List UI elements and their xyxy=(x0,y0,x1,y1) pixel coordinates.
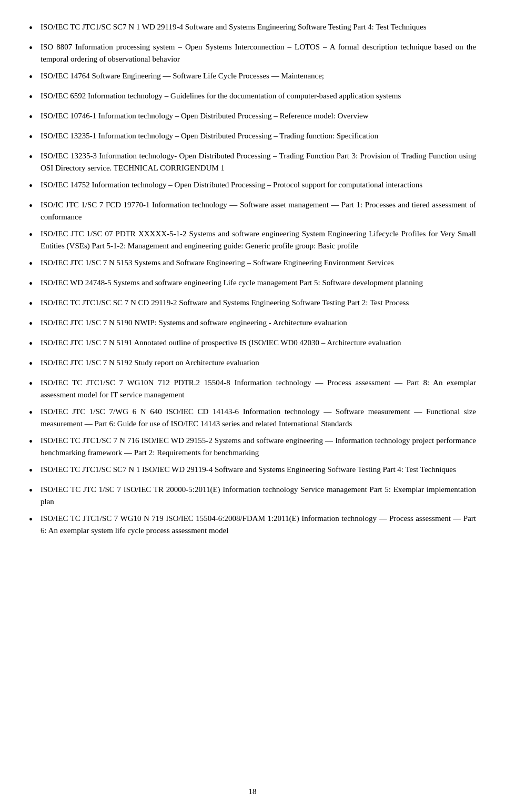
list-item-text: ISO/IEC TC JTC 1/SC 7 ISO/IEC TR 20000-5… xyxy=(41,484,476,507)
bullet-icon: • xyxy=(29,296,41,312)
list-item: •ISO/IEC JTC 1/SC 7 N 5191 Annotated out… xyxy=(29,337,476,352)
bullet-icon: • xyxy=(29,109,41,125)
bullet-icon: • xyxy=(29,512,41,527)
list-item: •ISO/IEC 6592 Information technology – G… xyxy=(29,90,476,105)
bullet-icon: • xyxy=(29,40,41,56)
list-item-text: ISO/IEC WD 24748-5 Systems and software … xyxy=(41,277,476,289)
bullet-icon: • xyxy=(29,129,41,145)
bullet-icon: • xyxy=(29,483,41,498)
bullet-icon: • xyxy=(29,198,41,214)
bullet-icon: • xyxy=(29,69,41,85)
list-item: •ISO/IEC JTC 1/SC 7 N 5190 NWIP: Systems… xyxy=(29,317,476,332)
page: •ISO/IEC TC JTC1/SC SC7 N 1 WD 29119-4 S… xyxy=(0,0,505,812)
list-item-text: ISO/IEC TC JTC1/SC SC 7 N CD 29119-2 Sof… xyxy=(41,297,476,309)
bullet-icon: • xyxy=(29,405,41,420)
list-item-text: ISO/IEC 14752 Information technology – O… xyxy=(41,179,476,191)
bullet-icon: • xyxy=(29,336,41,352)
list-item: •ISO/IEC TC JTC1/SC 7 WG10N 712 PDTR.2 1… xyxy=(29,377,476,400)
list-item-text: ISO/IEC JTC 1/SC 7 N 5191 Annotated outl… xyxy=(41,337,476,349)
list-item-text: ISO/IEC TC JTC1/SC 7 WG10N 712 PDTR.2 15… xyxy=(41,377,476,400)
list-item-text: ISO/IEC 13235-3 Information technology- … xyxy=(41,150,476,174)
list-item-text: ISO/IEC 6592 Information technology – Gu… xyxy=(41,90,476,102)
list-item: •ISO/IC JTC 1/SC 7 FCD 19770-1 Informati… xyxy=(29,199,476,223)
list-item: •ISO/IEC TC JTC1/SC SC7 N 1 ISO/IEC WD 2… xyxy=(29,464,476,478)
bullet-icon: • xyxy=(29,178,41,194)
bullet-icon: • xyxy=(29,316,41,332)
bullet-icon: • xyxy=(29,356,41,372)
list-item: •ISO/IEC TC JTC1/SC SC 7 N CD 29119-2 So… xyxy=(29,297,476,312)
bullet-icon: • xyxy=(29,256,41,272)
list-item-text: ISO/IEC JTC 1/SC 7 N 5190 NWIP: Systems … xyxy=(41,317,476,329)
list-item-text: ISO/IEC JTC 1/SC 7/WG 6 N 640 ISO/IEC CD… xyxy=(41,406,476,429)
bullet-icon: • xyxy=(29,463,41,478)
list-item: •ISO/IEC TC JTC1/SC 7 N 716 ISO/IEC WD 2… xyxy=(29,435,476,458)
list-item-text: ISO/IEC JTC 1/SC 07 PDTR XXXXX-5-1-2 Sys… xyxy=(41,228,476,252)
list-item-text: ISO/IEC TC JTC1/SC 7 WG10 N 719 ISO/IEC … xyxy=(41,513,476,536)
list-item: •ISO/IEC 13235-3 Information technology-… xyxy=(29,150,476,174)
list-item: •ISO/IEC 13235-1 Information technology … xyxy=(29,130,476,145)
bullet-icon: • xyxy=(29,149,41,165)
references-list: •ISO/IEC TC JTC1/SC SC7 N 1 WD 29119-4 S… xyxy=(29,21,476,536)
list-item-text: ISO/IEC JTC 1/SC 7 N 5192 Study report o… xyxy=(41,357,476,369)
list-item-text: ISO 8807 Information processing system –… xyxy=(41,41,476,65)
list-item: •ISO/IEC JTC 1/SC 07 PDTR XXXXX-5-1-2 Sy… xyxy=(29,228,476,252)
list-item: •ISO/IEC TC JTC1/SC 7 WG10 N 719 ISO/IEC… xyxy=(29,513,476,536)
list-item-text: ISO/IEC JTC 1/SC 7 N 5153 Systems and So… xyxy=(41,257,476,269)
list-item: •ISO/IEC TC JTC1/SC SC7 N 1 WD 29119-4 S… xyxy=(29,21,476,36)
bullet-icon: • xyxy=(29,227,41,243)
list-item: •ISO/IEC 14752 Information technology – … xyxy=(29,179,476,194)
list-item-text: ISO/IC JTC 1/SC 7 FCD 19770-1 Informatio… xyxy=(41,199,476,223)
bullet-icon: • xyxy=(29,20,41,36)
list-item-text: ISO/IEC TC JTC1/SC SC7 N 1 ISO/IEC WD 29… xyxy=(41,464,476,476)
bullet-icon: • xyxy=(29,276,41,292)
list-item: •ISO/IEC WD 24748-5 Systems and software… xyxy=(29,277,476,292)
list-item-text: ISO/IEC TC JTC1/SC SC7 N 1 WD 29119-4 So… xyxy=(41,21,476,33)
list-item: •ISO/IEC 10746-1 Information technology … xyxy=(29,110,476,125)
list-item: •ISO/IEC JTC 1/SC 7/WG 6 N 640 ISO/IEC C… xyxy=(29,406,476,429)
bullet-icon: • xyxy=(29,376,41,392)
page-number: 18 xyxy=(249,787,257,796)
list-item: •ISO/IEC JTC 1/SC 7 N 5153 Systems and S… xyxy=(29,257,476,272)
list-item-text: ISO/IEC TC JTC1/SC 7 N 716 ISO/IEC WD 29… xyxy=(41,435,476,458)
list-item-text: ISO/IEC 13235-1 Information technology –… xyxy=(41,130,476,142)
list-item: •ISO 8807 Information processing system … xyxy=(29,41,476,65)
bullet-icon: • xyxy=(29,434,41,449)
list-item: •ISO/IEC JTC 1/SC 7 N 5192 Study report … xyxy=(29,357,476,372)
list-item-text: ISO/IEC 14764 Software Engineering — Sof… xyxy=(41,70,476,82)
list-item-text: ISO/IEC 10746-1 Information technology –… xyxy=(41,110,476,122)
list-item: •ISO/IEC TC JTC 1/SC 7 ISO/IEC TR 20000-… xyxy=(29,484,476,507)
bullet-icon: • xyxy=(29,89,41,105)
list-item: •ISO/IEC 14764 Software Engineering — So… xyxy=(29,70,476,85)
